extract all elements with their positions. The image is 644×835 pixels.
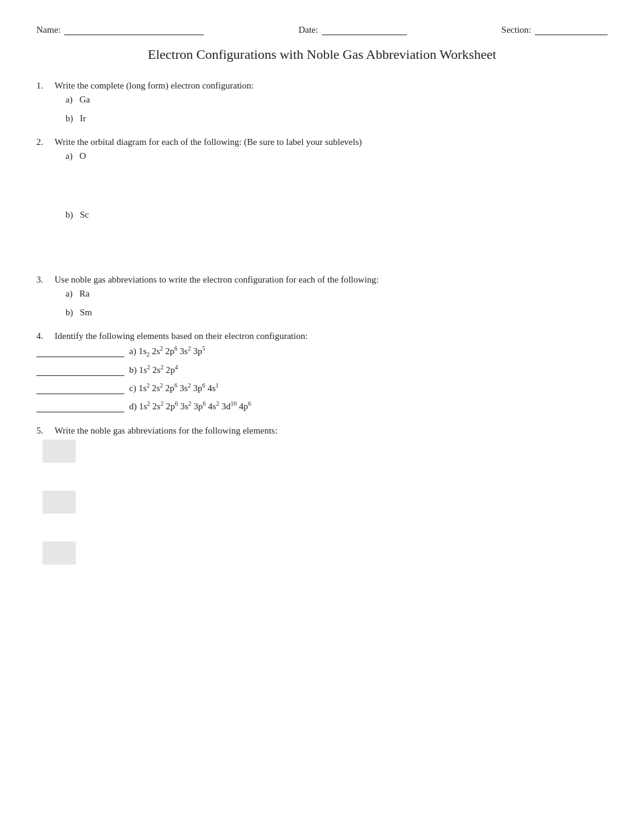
identify-c-label: c) 1s2 2s2 2p6 3s2 3p6 4s1 [129, 382, 219, 394]
section-field: Section: [501, 24, 608, 35]
noble-gas-c [36, 542, 608, 565]
q1-sub-a: a) Ga [65, 95, 608, 105]
q3-sub-a: a) Ra [65, 289, 608, 299]
q1-sub-b-content: Ir [80, 113, 86, 123]
section-label: Section: [501, 25, 531, 35]
q3-sub-b: b) Sm [65, 307, 608, 318]
identify-d-blank [36, 401, 124, 412]
noble-gas-a-image [42, 440, 76, 463]
q2-number: 2. [36, 137, 55, 147]
question-3-row: 3. Use noble gas abbreviations to write … [36, 275, 608, 285]
question-1-row: 1. Write the complete (long form) electr… [36, 81, 608, 91]
noble-gas-a [36, 440, 608, 463]
section-underline [535, 24, 608, 35]
question-3: 3. Use noble gas abbreviations to write … [36, 275, 608, 318]
question-5-row: 5. Write the noble gas abbreviations for… [36, 426, 608, 436]
q3-sub-a-content: Ra [79, 289, 90, 298]
q2-sub-a-content: O [79, 151, 86, 161]
q3-sub-b-content: Sm [80, 307, 92, 317]
question-4: 4. Identify the following elements based… [36, 331, 608, 412]
question-5: 5. Write the noble gas abbreviations for… [36, 426, 608, 565]
q3-sub-b-label: b) [65, 307, 78, 317]
q5-text: Write the noble gas abbreviations for th… [55, 426, 608, 436]
identify-d: d) 1s2 2s2 2p6 3s2 3p6 4s2 3d10 4p6 [36, 400, 608, 412]
q4-number: 4. [36, 331, 55, 341]
identify-d-label: d) 1s2 2s2 2p6 3s2 3p6 4s2 3d10 4p6 [129, 400, 251, 412]
identify-a-blank [36, 346, 124, 357]
date-field: Date: [298, 24, 406, 35]
q3-sub-a-label: a) [65, 289, 77, 298]
question-1: 1. Write the complete (long form) electr… [36, 81, 608, 124]
identify-b: b) 1s2 2s2 2p4 [36, 364, 608, 376]
question-2-row: 2. Write the orbital diagram for each of… [36, 137, 608, 147]
question-4-row: 4. Identify the following elements based… [36, 331, 608, 341]
q2-sub-b-label: b) [65, 210, 78, 220]
page-title: Electron Configurations with Noble Gas A… [36, 46, 608, 64]
identify-b-label: b) 1s2 2s2 2p4 [129, 364, 178, 375]
noble-gas-b [36, 491, 608, 514]
question-2: 2. Write the orbital diagram for each of… [36, 137, 608, 220]
date-underline [322, 24, 407, 35]
q2-text: Write the orbital diagram for each of th… [55, 137, 608, 147]
q5-number: 5. [36, 426, 55, 436]
q1-sub-a-label: a) [65, 95, 77, 104]
identify-a: a) 1s2 2s2 2p6 3s2 3p5 [36, 345, 608, 358]
identify-c-blank [36, 383, 124, 394]
noble-gas-b-image [42, 491, 76, 514]
q2-sub-b: b) Sc [65, 210, 608, 220]
name-field: Name: [36, 24, 204, 35]
identify-c: c) 1s2 2s2 2p6 3s2 3p6 4s1 [36, 382, 608, 394]
date-label: Date: [298, 25, 318, 35]
q1-sub-b-label: b) [65, 113, 78, 123]
header: Name: Date: Section: [36, 24, 608, 35]
q3-number: 3. [36, 275, 55, 285]
q2-sub-b-content: Sc [80, 210, 89, 220]
q2-sub-a-label: a) [65, 151, 77, 161]
q1-text: Write the complete (long form) electron … [55, 81, 608, 91]
q4-text: Identify the following elements based on… [55, 331, 608, 341]
name-underline [64, 24, 204, 35]
noble-gas-c-image [42, 542, 76, 565]
identify-a-label: a) 1s2 2s2 2p6 3s2 3p5 [129, 345, 205, 358]
q1-sub-a-content: Ga [79, 95, 90, 104]
q1-number: 1. [36, 81, 55, 91]
q2-sub-a: a) O [65, 151, 608, 161]
q1-sub-b: b) Ir [65, 113, 608, 124]
q3-text: Use noble gas abbreviations to write the… [55, 275, 608, 285]
identify-b-blank [36, 365, 124, 376]
name-label: Name: [36, 25, 61, 35]
